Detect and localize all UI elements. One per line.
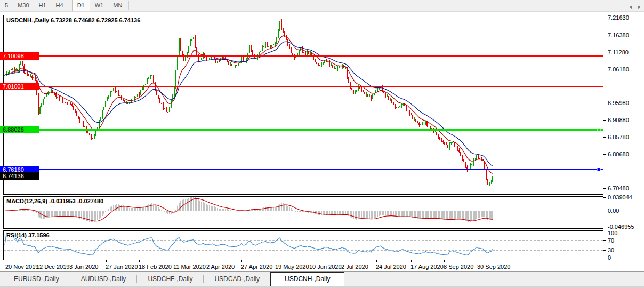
- price-tick-label: 7.21630: [608, 14, 629, 21]
- price-tick-label: 6.70480: [608, 185, 629, 191]
- status-strip: [0, 286, 644, 288]
- date-tick-label: 2 Apr 2020: [206, 263, 235, 270]
- chart-title: USDCNH-,Daily 6.73228 6.74682 6.72925 6.…: [6, 17, 140, 23]
- price-badge-support-green: 6.88026: [0, 126, 39, 133]
- date-tick-label: 18 Feb 2020: [139, 263, 172, 270]
- date-tick-label: 19 May 2020: [275, 263, 309, 270]
- chart-tab-eurusd[interactable]: EURUSD-,Daily: [3, 273, 70, 286]
- date-tick-label: 27 Apr 2020: [241, 263, 272, 270]
- timeframe-toolbar: 5M30H1H4D1W1MN: [0, 0, 644, 12]
- date-tick-label: 2 Jul 2020: [341, 263, 368, 270]
- rsi-tick-label: 100: [608, 230, 617, 236]
- macd-tick-label: 0.00: [608, 207, 619, 214]
- date-tick-label: 3 Jan 2020: [69, 263, 98, 270]
- timeframe-button-d1[interactable]: D1: [72, 0, 90, 11]
- date-tick-label: 12 Dec 2019: [36, 263, 69, 270]
- date-tick-label: 20 Nov 2019: [5, 263, 38, 270]
- date-tick-label: 8 Sep 2020: [444, 263, 473, 270]
- price-tick-label: 7.16380: [608, 32, 629, 38]
- rsi-panel[interactable]: [3, 230, 603, 260]
- timeframe-button-5[interactable]: 5: [0, 0, 13, 11]
- date-tick-label: 30 Sep 2020: [477, 263, 510, 270]
- macd-tick-label: -0.046955: [608, 223, 634, 230]
- date-tick-label: 10 Jun 2020: [309, 263, 342, 270]
- date-tick-label: 11 Mar 2020: [173, 263, 206, 270]
- chart-tab-usdchf[interactable]: USDCHF-,Daily: [137, 273, 203, 286]
- chart-tab-usdcnh[interactable]: USDCNH-,Daily: [270, 272, 344, 286]
- date-tick-label: 24 Jul 2020: [376, 263, 406, 270]
- chart-tab-audusd[interactable]: AUDUSD-,Daily: [70, 273, 137, 286]
- price-tick-label: 6.80680: [608, 151, 629, 157]
- rsi-tick-label: 30: [608, 247, 614, 253]
- chart-tabbar: EURUSD-,DailyAUDUSD-,DailyUSDCHF-,DailyU…: [0, 271, 644, 286]
- chart-tab-usdcad[interactable]: USDCAD-,Daily: [204, 273, 270, 286]
- toolbar-separator: [70, 1, 70, 10]
- price-tick-label: 7.11280: [608, 49, 629, 55]
- timeframe-button-h4[interactable]: H4: [51, 0, 68, 11]
- timeframe-button-mn[interactable]: MN: [108, 0, 127, 11]
- timeframe-button-h1[interactable]: H1: [34, 0, 51, 11]
- macd-indicator-label: MACD(12,26,9) -0.031953 -0.027480: [6, 198, 103, 204]
- macd-tick-label: 0.039044: [608, 194, 632, 201]
- timeframe-button-m30[interactable]: M30: [13, 0, 34, 11]
- terminal-window: 5M30H1H4D1W1MN USDCNH-,Daily 6.73228 6.7…: [0, 0, 644, 288]
- price-tick-label: 7.06180: [608, 66, 629, 73]
- tab-scroll-right-icon[interactable]: ▸: [638, 4, 641, 10]
- price-tick-label: 6.95980: [608, 100, 629, 106]
- tab-scroll-left-icon[interactable]: ◂: [629, 4, 632, 10]
- date-tick-label: 17 Aug 2020: [410, 263, 444, 270]
- rsi-tick-label: 0: [608, 254, 611, 261]
- price-badge-resistance-1: 7.10098: [0, 52, 39, 60]
- main-chart-panel[interactable]: [3, 15, 603, 195]
- price-tick-label: 6.90880: [608, 117, 629, 123]
- toolbar-separator: [128, 1, 129, 10]
- timeframe-button-w1[interactable]: W1: [90, 0, 109, 11]
- price-badge-current-price: 6.74136: [0, 172, 39, 180]
- rsi-tick-label: 70: [608, 237, 614, 244]
- price-tick-label: 6.85780: [608, 134, 629, 140]
- date-tick-label: 27 Jan 2020: [106, 263, 138, 270]
- price-badge-resistance-2: 7.01001: [0, 83, 39, 90]
- rsi-indicator-label: RSI(14) 37.1596: [6, 232, 50, 238]
